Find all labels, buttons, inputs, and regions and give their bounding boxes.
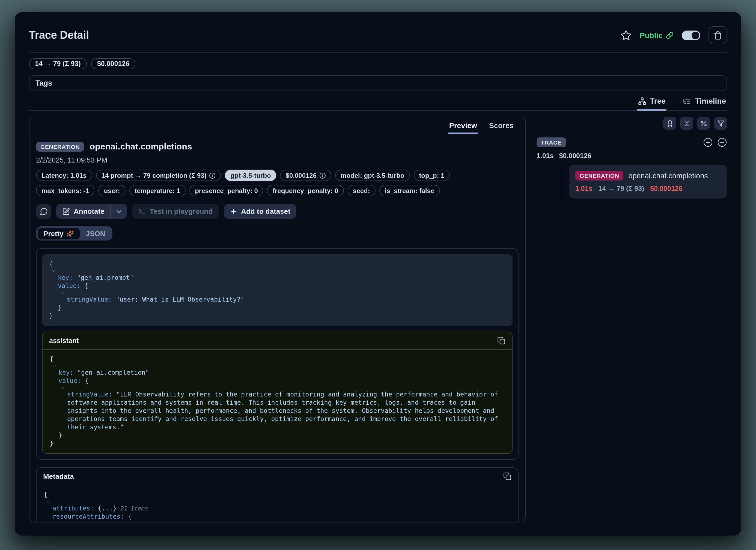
- latency-badge: Latency: 1.01s: [36, 170, 92, 181]
- delete-trace-button[interactable]: [709, 26, 727, 44]
- desktop-background: Trace Detail Public 14 → 79 (Σ 93): [0, 0, 756, 550]
- tree-icon: [638, 97, 646, 105]
- collapse-caret-icon[interactable]: [60, 385, 66, 390]
- public-label: Public: [640, 31, 663, 40]
- trace-token-usage-badge: 14 → 79 (Σ 93): [29, 58, 87, 69]
- max-tokens-badge: max_tokens: -1: [36, 185, 95, 196]
- collapsed-object[interactable]: {...}: [98, 504, 117, 512]
- trace-detail-window: Trace Detail Public 14 → 79 (Σ 93): [15, 12, 741, 536]
- collapse-caret-icon[interactable]: [51, 363, 57, 369]
- collapse-caret-icon[interactable]: [59, 290, 65, 295]
- json-value: "gen_ai.completion": [77, 369, 149, 376]
- model-badge[interactable]: gpt-3.5-turbo: [225, 170, 276, 181]
- format-pretty-button[interactable]: Pretty: [37, 228, 80, 239]
- generation-node-title: openai.chat.completions: [628, 172, 708, 180]
- percent-icon: [700, 120, 707, 127]
- tree-toolbar: [537, 117, 727, 130]
- terminal-icon: [138, 208, 146, 215]
- filter-button[interactable]: [714, 117, 727, 130]
- zoom-out-icon[interactable]: [717, 138, 727, 147]
- collapse-caret-icon[interactable]: [54, 521, 59, 522]
- page-title: Trace Detail: [29, 29, 89, 41]
- assistant-output-block: assistant { key:"gen_ai.completion" valu…: [42, 331, 513, 454]
- copy-icon[interactable]: [497, 336, 505, 345]
- collapse-all-button[interactable]: [680, 117, 693, 130]
- view-tabs: Tree Timeline: [29, 95, 727, 111]
- collapse-vertical-icon: [683, 120, 690, 127]
- metadata-section: Metadata { attributes:{...}21 Items reso…: [36, 467, 519, 522]
- collapse-caret-icon[interactable]: [51, 268, 56, 274]
- frequency-penalty-badge: frequency_penalty: 0: [267, 185, 344, 196]
- metrics-toggle-button[interactable]: [697, 117, 710, 130]
- generation-tree-node[interactable]: GENERATION openai.chat.completions 1.01s…: [569, 165, 727, 199]
- completion-json-block: { key:"gen_ai.completion" value:{ string…: [43, 349, 512, 453]
- json-key: value:: [58, 377, 81, 384]
- collapse-caret-icon[interactable]: [45, 499, 51, 504]
- action-buttons: Annotate Test in playground: [36, 204, 519, 219]
- generation-tokens: 14 → 79 (Σ 93): [599, 185, 644, 193]
- sparkles-icon: [67, 230, 74, 237]
- zoom-in-icon[interactable]: [703, 138, 713, 147]
- public-share-link[interactable]: Public: [640, 31, 674, 40]
- comment-icon: [40, 207, 48, 216]
- annotate-label: Annotate: [74, 207, 105, 216]
- generation-node-badge: GENERATION: [575, 171, 623, 181]
- format-json-button[interactable]: JSON: [80, 228, 111, 239]
- trace-node-badge[interactable]: TRACE: [537, 138, 566, 147]
- tab-timeline[interactable]: Timeline: [682, 95, 727, 110]
- json-key: attributes:: [52, 504, 94, 512]
- trash-icon: [713, 31, 722, 40]
- award-icon: [666, 120, 673, 127]
- copy-icon[interactable]: [503, 472, 511, 480]
- json-key: stringValue:: [67, 390, 112, 398]
- filter-icon: [717, 120, 724, 127]
- annotate-split-button: Annotate: [56, 204, 127, 219]
- tab-scores[interactable]: Scores: [483, 117, 520, 134]
- edit-icon: [62, 208, 70, 215]
- observation-badges: Latency: 1.01s 14 prompt → 79 completion…: [36, 170, 497, 196]
- plus-icon: [230, 208, 237, 215]
- test-in-playground-label: Test in playground: [150, 207, 213, 216]
- metadata-header-label: Metadata: [43, 472, 74, 480]
- tags-box[interactable]: Tags: [29, 75, 727, 91]
- assistant-header-label: assistant: [49, 337, 79, 344]
- add-to-dataset-button[interactable]: Add to dataset: [224, 204, 296, 219]
- is-stream-badge: is_stream: false: [379, 185, 440, 196]
- annotate-dropdown-button[interactable]: [111, 204, 127, 219]
- generation-cost: $0.000126: [650, 185, 682, 193]
- tab-tree[interactable]: Tree: [637, 95, 667, 110]
- json-key: value:: [58, 282, 81, 289]
- info-icon: [209, 172, 216, 179]
- observation-type-badge: GENERATION: [36, 142, 84, 152]
- observation-panel-body: GENERATION openai.chat.completions 2/2/2…: [29, 134, 525, 522]
- header-actions: Public: [621, 26, 727, 44]
- json-key: stringValue:: [67, 295, 112, 303]
- public-toggle[interactable]: [682, 30, 700, 40]
- annotate-button[interactable]: Annotate: [56, 204, 111, 219]
- trace-children: GENERATION openai.chat.completions 1.01s…: [562, 165, 727, 199]
- json-key: key:: [58, 369, 73, 376]
- scores-toggle-button[interactable]: [663, 117, 676, 130]
- comment-button[interactable]: [36, 204, 51, 219]
- observation-timestamp: 2/2/2025, 11:09:53 PM: [36, 156, 519, 164]
- toggle-knob: [692, 31, 699, 39]
- tab-preview[interactable]: Preview: [443, 117, 483, 134]
- header-divider: [29, 52, 727, 53]
- trace-metrics: 1.01s $0.000126: [537, 152, 727, 160]
- info-icon: [319, 172, 326, 179]
- json-key: key:: [58, 274, 73, 281]
- cost-badge[interactable]: $0.000126: [280, 170, 331, 181]
- token-usage-badge[interactable]: 14 prompt → 79 completion (Σ 93): [96, 170, 221, 181]
- format-toggle: Pretty JSON: [36, 226, 113, 241]
- generation-latency: 1.01s: [575, 185, 593, 193]
- metadata-json-block: { attributes:{...}21 Items resourceAttri…: [37, 485, 518, 522]
- temperature-badge: temperature: 1: [129, 185, 186, 196]
- json-value: "gen_ai.prompt": [77, 274, 133, 281]
- json-label: JSON: [86, 229, 105, 238]
- trace-tree-root: TRACE: [537, 138, 727, 147]
- test-in-playground-button[interactable]: Test in playground: [132, 204, 219, 219]
- star-icon[interactable]: [621, 30, 632, 41]
- chevron-down-icon: [115, 208, 123, 215]
- tags-label: Tags: [35, 79, 52, 87]
- link-icon: [666, 31, 674, 39]
